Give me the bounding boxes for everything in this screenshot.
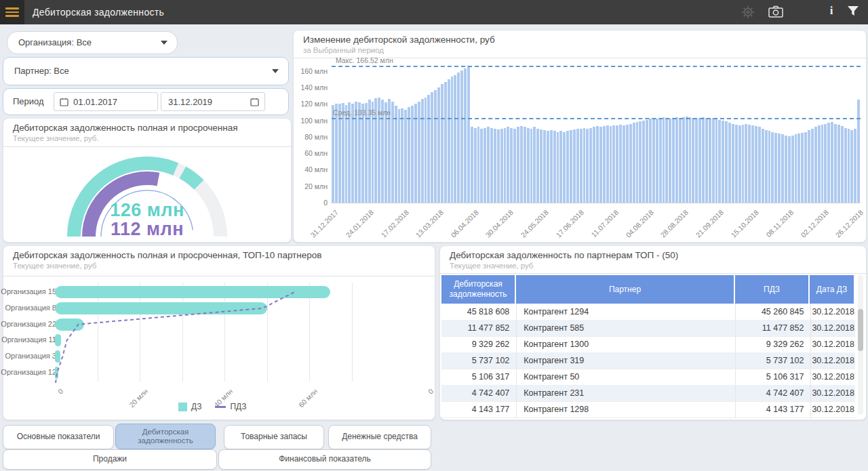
trend-bar: [725, 121, 728, 203]
trend-bar: [606, 125, 609, 203]
nav-button[interactable]: Товарные запасы: [224, 425, 324, 449]
trend-bar: [745, 124, 747, 203]
organization-select[interactable]: Организация: Все: [7, 31, 178, 54]
trend-bar: [702, 117, 705, 203]
table-row[interactable]: 4 742 407Контрагент 2314 742 40730.12.20…: [441, 385, 855, 402]
trend-bar: [332, 105, 334, 203]
y-tick-label: 60 млн: [294, 149, 328, 157]
trend-bar: [785, 136, 787, 203]
table-cell: Контрагент 319: [517, 352, 736, 369]
nav-button[interactable]: Продажи: [3, 449, 217, 470]
top-bar: Дебиторская задолженность i: [0, 0, 868, 24]
trend-bar: [457, 73, 460, 203]
trend-bar: [487, 127, 490, 203]
table-row[interactable]: 4 143 177Контрагент 12984 143 17730.12.2…: [441, 401, 855, 418]
trend-bar: [563, 132, 566, 203]
trend-bar: [566, 131, 569, 203]
trend-bar: [672, 118, 675, 203]
trend-chart-card: Изменение дебиторской задолженности, руб…: [293, 30, 867, 243]
nav-button[interactable]: Основные показатели: [3, 425, 114, 449]
trend-bar: [821, 125, 824, 203]
nav-button[interactable]: Финансовый показатель: [218, 449, 431, 470]
trend-bar: [619, 125, 622, 203]
trend-bar: [665, 118, 668, 203]
gear-icon[interactable]: [741, 5, 757, 20]
nav-button[interactable]: Дебиторская задолженность: [115, 424, 216, 449]
trend-bar: [686, 117, 688, 203]
nav-button[interactable]: Денежные средства: [328, 425, 431, 449]
period-from-input[interactable]: 01.01.2017: [54, 92, 158, 111]
table-row[interactable]: 5 737 102Контрагент 3195 737 10230.12.20…: [441, 352, 855, 369]
trend-bar: [728, 123, 731, 203]
trend-bar: [629, 124, 632, 203]
trend-bar: [663, 117, 665, 203]
trend-bar: [467, 66, 470, 203]
table-cell: 30.12.2018: [811, 304, 855, 320]
partner-select-value: Партнер: Все: [14, 66, 69, 76]
table-row[interactable]: 11 477 852Контрагент 58511 477 85230.12.…: [441, 320, 855, 337]
trend-bar: [524, 127, 526, 203]
dz-bar: [55, 350, 60, 363]
table-cell: 9 329 262: [441, 336, 517, 352]
table-header-cell[interactable]: Партнер: [516, 275, 734, 304]
trend-bar: [596, 126, 599, 203]
table-header-cell[interactable]: Дата ДЗ: [810, 275, 854, 304]
table-cell: Контрагент 50: [517, 369, 736, 385]
camera-icon[interactable]: [768, 5, 784, 20]
filter-icon[interactable]: [846, 5, 863, 20]
trend-bar: [814, 127, 817, 203]
trend-bar: [831, 122, 833, 203]
dz-bar: [55, 302, 267, 314]
trend-bar: [715, 119, 718, 203]
trend-bar: [689, 117, 692, 203]
trend-bar: [612, 125, 615, 203]
trend-bar: [418, 102, 420, 203]
trend-bar: [500, 129, 503, 203]
table-cell: Контрагент 585: [517, 320, 736, 336]
trend-bar: [778, 134, 781, 203]
trend-bar: [557, 132, 559, 203]
trend-bar: [841, 126, 844, 203]
trend-bar: [372, 102, 374, 203]
trend-bar: [623, 125, 625, 203]
trend-bar: [460, 70, 463, 203]
y-tick-label: 160 млн: [294, 67, 328, 75]
table-scrollbar-thumb[interactable]: [858, 309, 863, 351]
trend-bar: [774, 133, 777, 203]
table-row[interactable]: 5 106 317Контрагент 505 106 31730.12.201…: [441, 369, 855, 386]
trend-bar: [824, 124, 827, 203]
trend-bar: [464, 68, 467, 203]
table-row[interactable]: 45 818 608Контрагент 129445 260 84530.12…: [441, 304, 855, 321]
reference-line-label: Макс. 166.52 млн: [336, 56, 393, 64]
trend-bar: [431, 92, 433, 203]
trend-bar: [791, 136, 794, 203]
reference-line-label: Сред. 103.35 млн: [333, 108, 391, 117]
y-tick-label: 140 млн: [294, 83, 328, 91]
trend-bar: [669, 119, 671, 203]
gridline: [352, 283, 353, 382]
period-to-input[interactable]: 31.12.2019: [161, 92, 265, 111]
info-icon[interactable]: i: [823, 4, 840, 19]
table-cell: 4 143 177: [441, 401, 517, 417]
table-scrollbar[interactable]: [858, 275, 863, 415]
trend-bar: [732, 124, 734, 203]
trend-bar: [712, 118, 715, 203]
trend-bar: [477, 127, 480, 203]
trend-bar: [795, 134, 797, 203]
reference-line: [332, 66, 861, 67]
trend-bar: [589, 128, 592, 203]
trend-bar: [427, 95, 430, 203]
trend-bar: [401, 108, 403, 203]
table-header-cell[interactable]: ПДЗ: [735, 275, 808, 304]
table-cell: 30.12.2018: [811, 401, 855, 417]
table-header-cell[interactable]: Дебиторская задолженность: [441, 275, 515, 304]
table-row[interactable]: 9 329 262Контрагент 13009 329 26230.12.2…: [441, 336, 855, 353]
menu-icon[interactable]: [0, 0, 24, 24]
trend-bar: [642, 121, 645, 203]
partner-select[interactable]: Партнер: Все: [3, 57, 289, 85]
trend-bar: [705, 118, 708, 203]
trend-bar: [850, 130, 853, 203]
trend-bar: [599, 127, 602, 203]
trend-bar: [633, 123, 635, 203]
gauge-title: Дебиторская задолженность полная и проср…: [13, 123, 237, 133]
